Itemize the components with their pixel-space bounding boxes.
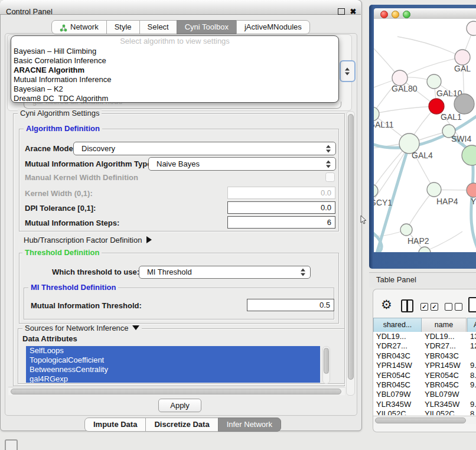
close-icon[interactable]: ✖ [348, 5, 358, 19]
network-tab-icon [60, 23, 67, 31]
grid-view-icon[interactable] [5, 439, 18, 450]
list-item[interactable]: TopologicalCoefficient [26, 356, 320, 365]
list-scrollbar-thumb[interactable] [324, 348, 329, 374]
mi-steps-field[interactable]: 6 [227, 216, 335, 229]
table-row[interactable]: YBR043CYBR043C [373, 351, 476, 361]
apply-button[interactable]: Apply [158, 399, 201, 412]
tab-jactivemnodules[interactable]: jActiveMNodules [236, 20, 310, 34]
settings-gear-icon[interactable]: ⚙ [381, 298, 392, 312]
list-item[interactable]: BetweennessCentrality [26, 365, 320, 374]
table-cell: YER054C [422, 371, 467, 380]
tab-discretize-data[interactable]: Discretize Data [145, 418, 218, 432]
network-node[interactable] [419, 247, 431, 252]
table-cell: YPR145W [422, 361, 467, 370]
network-node[interactable] [462, 145, 476, 165]
dropdown-item[interactable]: Basic Correlation Inference [14, 56, 332, 66]
aracne-mode-label: Aracne Mode: [25, 144, 76, 154]
aracne-mode-select[interactable]: Discovery [73, 142, 336, 155]
table-row[interactable]: YPR145WYPR145W9. [373, 361, 476, 370]
mi-steps-label: Mutual Information Steps: [25, 219, 119, 228]
which-threshold-select[interactable]: MI Threshold [139, 266, 311, 279]
tab-style[interactable]: Style [106, 20, 140, 34]
sources-group-label[interactable]: Sources for Network Inference [22, 324, 142, 332]
network-node[interactable] [374, 184, 378, 197]
table-cell: YBR045C [422, 380, 467, 390]
table-cell: 9. [467, 361, 476, 370]
algorithm-combobox-fragment[interactable] [340, 60, 356, 82]
network-node[interactable] [455, 50, 470, 65]
settings-vscrollbar-track[interactable] [346, 111, 355, 396]
table-hscrollbar-thumb[interactable] [375, 418, 466, 423]
network-node-label: SWI4 [451, 134, 471, 144]
network-edge[interactable] [425, 231, 462, 252]
table-cell: YER054C [373, 371, 422, 380]
dropdown-item[interactable]: Dream8 DC_TDC Algorithm [14, 94, 332, 103]
network-node[interactable] [467, 183, 476, 197]
minimize-traffic-light-icon[interactable] [392, 11, 399, 18]
threshold-definition-label: Threshold Definition [22, 249, 102, 257]
table-row[interactable]: YDR27...YDR27...12 [373, 341, 476, 351]
table-row[interactable]: YER054CYER054C8. [373, 371, 476, 380]
settings-hscrollbar-track[interactable] [8, 387, 345, 395]
checked-checkbox-icon[interactable]: ✓ [431, 303, 438, 311]
mi-threshold-field[interactable]: 0.5 [247, 299, 334, 311]
table-cell: 8. [467, 409, 476, 415]
dpi-tolerance-field[interactable]: 0.0 [227, 201, 335, 214]
column-header-partial[interactable]: A [467, 318, 476, 332]
hub-definition-expander[interactable]: Hub/Transcription Factor Definition [24, 236, 152, 245]
checked-checkbox-icon[interactable]: ✓ [420, 303, 428, 311]
unchecked-checkbox-icon[interactable] [455, 303, 462, 311]
table-hscrollbar-track[interactable] [373, 416, 476, 424]
column-layout-icon[interactable] [401, 299, 413, 312]
network-node-label: GAL80 [392, 84, 418, 93]
tab-cyni-toolbox[interactable]: Cyni Toolbox [177, 20, 237, 34]
data-attributes-list[interactable]: SelfLoops TopologicalCoefficient Between… [26, 346, 320, 383]
tab-network[interactable]: Network [51, 20, 107, 34]
table-row[interactable]: YBL079WYBL079W [373, 390, 476, 399]
kernel-width-field[interactable]: 0.0 [227, 187, 335, 199]
table-row[interactable]: YBR045CYBR045C9. [373, 380, 476, 390]
dropdown-prompt: Select algorithm to view settings [11, 37, 338, 46]
table-cell: YPR145W [373, 361, 422, 370]
close-traffic-light-icon[interactable] [380, 11, 388, 18]
list-scrollbar-track[interactable] [322, 346, 330, 384]
expander-arrow-icon [146, 236, 152, 243]
dropdown-item[interactable]: Bayesian – Hill Climbing [14, 47, 332, 56]
tab-impute-data[interactable]: Impute Data [84, 418, 146, 432]
network-edge[interactable] [374, 106, 436, 114]
algorithm-dropdown-popup: Select algorithm to view settings Bayesi… [11, 35, 339, 103]
dropdown-item[interactable]: Bayesian – K2 [14, 84, 332, 94]
table-row[interactable]: YLR345WYLR345W9. [373, 400, 476, 409]
network-node[interactable] [427, 182, 441, 197]
network-canvas[interactable]: GALGAL80GAL10GAL1GAL11SWI4GAL4GCY1HAP4YH… [374, 19, 476, 252]
list-item[interactable]: SelfLoops [26, 346, 320, 356]
column-header-shared-name[interactable]: shared... [373, 318, 422, 332]
table-cell: 13 [467, 332, 476, 341]
column-header-name[interactable]: name [422, 318, 467, 332]
network-node[interactable] [454, 94, 474, 114]
settings-hscrollbar-thumb[interactable] [11, 389, 341, 394]
network-node[interactable] [467, 21, 476, 35]
dropdown-item-selected[interactable]: ARACNE Algorithm [14, 66, 332, 75]
table-panel-title: Table Panel [376, 272, 416, 287]
network-node[interactable] [427, 74, 441, 89]
control-panel-title: Control Panel [6, 5, 124, 19]
zoom-traffic-light-icon[interactable] [403, 11, 410, 18]
mi-algorithm-type-select[interactable]: Naive Bayes [148, 157, 336, 171]
tab-select[interactable]: Select [139, 20, 177, 34]
document-icon[interactable] [468, 297, 476, 312]
table-row[interactable]: YIL052CYIL052C8. [373, 409, 476, 415]
settings-vscrollbar-thumb[interactable] [348, 114, 354, 380]
table-row[interactable]: YDL19...YDL19...13 [373, 332, 476, 341]
network-edge[interactable] [397, 37, 462, 57]
table-cell [467, 390, 476, 399]
dropdown-item[interactable]: Mutual Information Inference [14, 75, 332, 84]
list-item[interactable]: gal4RGexp [26, 374, 320, 383]
which-threshold-value: MI Threshold [147, 266, 192, 278]
tab-infer-network[interactable]: Infer Network [218, 418, 281, 432]
manual-kernel-width-checkbox[interactable] [325, 172, 335, 182]
network-node[interactable] [400, 224, 412, 236]
float-window-icon[interactable] [338, 8, 345, 15]
network-view-titlebar[interactable] [374, 8, 476, 19]
unchecked-checkbox-icon[interactable] [445, 303, 452, 311]
